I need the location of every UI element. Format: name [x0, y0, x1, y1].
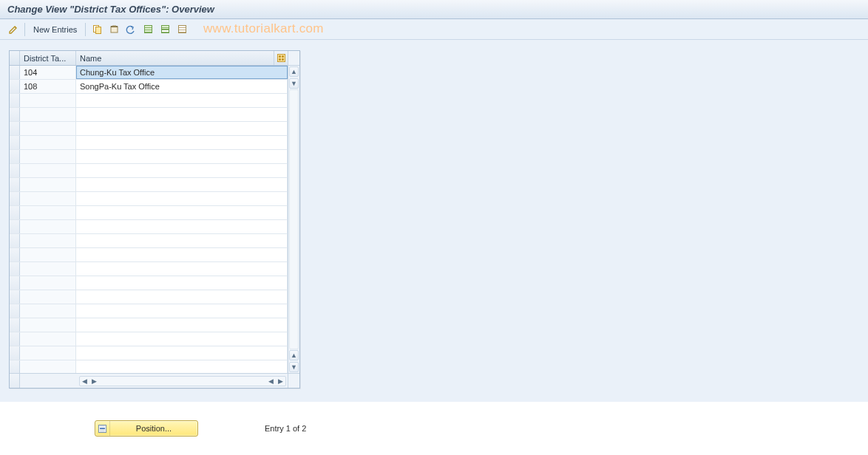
cell-name[interactable]: [76, 360, 288, 373]
position-button[interactable]: Position...: [95, 420, 198, 437]
cell-code[interactable]: [20, 332, 76, 346]
table-row-empty[interactable]: [10, 164, 288, 178]
hscroll-right-icon[interactable]: ▶: [89, 377, 99, 386]
table-row-empty[interactable]: [10, 178, 288, 192]
undo-icon[interactable]: [123, 22, 138, 37]
table-row-empty[interactable]: [10, 318, 288, 332]
cell-name[interactable]: [76, 234, 288, 247]
cell-name[interactable]: [76, 220, 288, 233]
row-selector[interactable]: [10, 290, 20, 304]
cell-name[interactable]: [76, 248, 288, 261]
vscroll-track[interactable]: [289, 89, 299, 349]
cell-name[interactable]: [76, 94, 288, 107]
hscroll-right2-icon[interactable]: ▶: [276, 377, 285, 386]
cell-code[interactable]: [20, 122, 76, 135]
grid-col-header-code[interactable]: District Ta...: [20, 51, 76, 65]
cell-code[interactable]: [20, 192, 76, 205]
row-selector[interactable]: [10, 234, 20, 247]
row-selector[interactable]: [10, 360, 20, 373]
cell-name[interactable]: [76, 122, 288, 135]
table-row-empty[interactable]: [10, 150, 288, 164]
vscroll-up2-icon[interactable]: ▲: [289, 350, 299, 360]
cell-code[interactable]: 104: [20, 66, 76, 79]
table-row[interactable]: 104Chung-Ku Tax Office: [10, 66, 288, 80]
grid-select-all-corner[interactable]: [10, 51, 20, 65]
vscroll-up-icon[interactable]: ▲: [289, 66, 299, 77]
table-row-empty[interactable]: [10, 332, 288, 346]
table-row[interactable]: 108SongPa-Ku Tax Office: [10, 80, 288, 94]
table-row-empty[interactable]: [10, 108, 288, 122]
cell-code[interactable]: [20, 108, 76, 121]
cell-name[interactable]: [76, 108, 288, 121]
deselect-all-icon[interactable]: [174, 22, 189, 37]
cell-code[interactable]: [20, 304, 76, 318]
cell-code[interactable]: [20, 150, 76, 163]
row-selector[interactable]: [10, 150, 20, 163]
vscroll-down2-icon[interactable]: ▼: [289, 362, 299, 372]
table-row-empty[interactable]: [10, 290, 288, 304]
row-selector[interactable]: [10, 108, 20, 121]
row-selector[interactable]: [10, 206, 20, 219]
row-selector[interactable]: [10, 304, 20, 318]
cell-code[interactable]: [20, 94, 76, 107]
table-row-empty[interactable]: [10, 234, 288, 248]
row-selector[interactable]: [10, 178, 20, 191]
row-selector[interactable]: [10, 94, 20, 107]
table-row-empty[interactable]: [10, 346, 288, 360]
cell-code[interactable]: [20, 220, 76, 233]
row-selector[interactable]: [10, 346, 20, 360]
cell-name[interactable]: [76, 276, 288, 290]
row-selector[interactable]: [10, 136, 20, 149]
table-row-empty[interactable]: [10, 276, 288, 290]
row-selector[interactable]: [10, 80, 20, 93]
table-row-empty[interactable]: [10, 192, 288, 206]
vscroll-down-icon[interactable]: ▼: [289, 78, 299, 89]
new-entries-button[interactable]: New Entries: [29, 24, 81, 35]
row-selector[interactable]: [10, 164, 20, 177]
cell-code[interactable]: [20, 248, 76, 261]
cell-name[interactable]: [76, 262, 288, 276]
cell-code[interactable]: [20, 178, 76, 191]
select-all-icon[interactable]: [140, 22, 155, 37]
cell-name[interactable]: [76, 178, 288, 191]
cell-code[interactable]: [20, 318, 76, 332]
delete-icon[interactable]: [106, 22, 121, 37]
row-selector[interactable]: [10, 276, 20, 290]
cell-name[interactable]: [76, 164, 288, 177]
cell-name[interactable]: [76, 304, 288, 318]
cell-name[interactable]: [76, 136, 288, 149]
row-selector[interactable]: [10, 262, 20, 276]
cell-name[interactable]: [76, 346, 288, 360]
cell-name[interactable]: [76, 192, 288, 205]
table-row-empty[interactable]: [10, 262, 288, 276]
grid-col-header-name[interactable]: Name: [76, 51, 274, 65]
hscroll-left-icon[interactable]: ◀: [80, 377, 89, 386]
cell-code[interactable]: [20, 262, 76, 276]
row-selector[interactable]: [10, 248, 20, 261]
cell-name[interactable]: [76, 318, 288, 332]
table-row-empty[interactable]: [10, 206, 288, 220]
table-row-empty[interactable]: [10, 136, 288, 150]
cell-code[interactable]: [20, 276, 76, 290]
table-row-empty[interactable]: [10, 220, 288, 234]
hscroll-left2-icon[interactable]: ◀: [266, 377, 276, 386]
cell-name[interactable]: [76, 206, 288, 219]
cell-name[interactable]: SongPa-Ku Tax Office: [76, 80, 288, 93]
row-selector[interactable]: [10, 318, 20, 332]
cell-code[interactable]: 108: [20, 80, 76, 93]
table-row-empty[interactable]: [10, 360, 288, 373]
cell-code[interactable]: [20, 136, 76, 149]
cell-name[interactable]: [76, 332, 288, 346]
cell-code[interactable]: [20, 206, 76, 219]
cell-name[interactable]: Chung-Ku Tax Office: [76, 66, 288, 79]
grid-configure-icon[interactable]: [274, 51, 288, 65]
row-selector[interactable]: [10, 122, 20, 135]
cell-code[interactable]: [20, 234, 76, 247]
select-block-icon[interactable]: [157, 22, 172, 37]
cell-code[interactable]: [20, 290, 76, 304]
toggle-edit-icon[interactable]: [6, 22, 21, 37]
table-row-empty[interactable]: [10, 304, 288, 318]
cell-name[interactable]: [76, 150, 288, 163]
table-row-empty[interactable]: [10, 94, 288, 108]
row-selector[interactable]: [10, 192, 20, 205]
